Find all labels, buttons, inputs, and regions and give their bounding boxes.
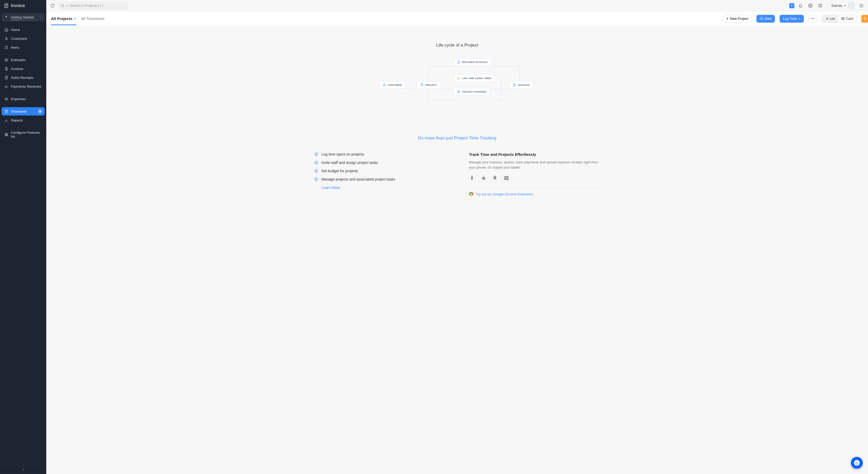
svg-point-52: [813, 18, 814, 19]
feature-item: Invite staff and assign project tasks: [314, 160, 445, 165]
apps-grid-button[interactable]: [858, 2, 865, 9]
invoice-icon: [4, 67, 8, 71]
view-toggle: List Card: [822, 15, 857, 23]
diagram-expense: PROJECT EXPENSE: [454, 88, 490, 95]
sidebar-item-home[interactable]: Home: [2, 26, 45, 34]
chevron-down-icon: [73, 17, 76, 20]
sidebar-item-payments-received[interactable]: Payments Received: [2, 82, 45, 91]
app-header: Invoice: [0, 0, 46, 11]
help-button[interactable]: [817, 2, 824, 9]
sidebar-item-getting-started[interactable]: Getting Started: [2, 13, 45, 21]
sidebar-item-invoices[interactable]: Invoices: [2, 64, 45, 73]
invoice-logo-icon: [4, 3, 9, 8]
add-icon[interactable]: [38, 109, 42, 113]
android-icon[interactable]: [492, 175, 498, 181]
quick-add-button[interactable]: [789, 3, 795, 8]
notifications-button[interactable]: [797, 2, 804, 9]
svg-marker-49: [799, 18, 800, 19]
svg-point-4: [6, 37, 7, 38]
user-icon: [4, 36, 8, 40]
sidebar-item-estimates[interactable]: Estimates: [2, 56, 45, 64]
sidebar-collapse-button[interactable]: [0, 465, 46, 474]
platform-icons: [469, 175, 600, 181]
diagram-invoices: INVOICES: [509, 81, 533, 89]
topbar: Damas: [46, 0, 868, 11]
svg-point-40: [861, 5, 862, 6]
view-card-button[interactable]: Card: [838, 15, 856, 22]
chevron-left-icon: [21, 468, 25, 471]
svg-point-84: [854, 460, 860, 466]
diagram-retainer: RETAINER INVOICES: [454, 58, 491, 66]
watch-icon[interactable]: [469, 175, 475, 181]
svg-point-75: [315, 169, 318, 173]
svg-rect-59: [841, 18, 842, 20]
sidebar-item-reports[interactable]: Reports: [2, 116, 45, 124]
new-project-button[interactable]: New Project: [723, 15, 752, 23]
sidebar-item-configure[interactable]: Configure Features list: [2, 128, 45, 141]
tab-all-projects[interactable]: All Projects: [51, 12, 76, 25]
search-input[interactable]: [70, 4, 125, 7]
tab-all-timesheet[interactable]: All Timesheet: [81, 12, 104, 25]
chevron-down-icon: [844, 4, 846, 7]
bell-icon: [798, 3, 803, 8]
refresh-button[interactable]: [50, 3, 56, 9]
settings-button[interactable]: [807, 2, 814, 9]
svg-rect-25: [5, 135, 6, 136]
diagram-logtime: LOG TIME USING TIMER: [454, 75, 495, 82]
help-icon: [818, 3, 823, 8]
sidebar-item-label: Reports: [11, 118, 23, 122]
svg-point-39: [860, 5, 861, 6]
sidebar-item-expenses[interactable]: Expenses: [2, 95, 45, 103]
track-section: Track Time and Projects Effortlessly Man…: [456, 152, 600, 196]
button-label: Start: [765, 17, 772, 21]
svg-rect-79: [471, 179, 472, 180]
svg-point-50: [811, 18, 812, 19]
svg-rect-5: [5, 59, 7, 61]
svg-point-44: [862, 6, 863, 7]
chatbot-icon: [854, 460, 860, 466]
divider: [57, 126, 858, 126]
lifecycle-diagram: CUSTOMER PROJECT RETAINER INVOICES LOG T…: [379, 58, 535, 110]
apple-icon[interactable]: [480, 175, 486, 181]
context-help-button[interactable]: ?: [861, 15, 868, 23]
search-icon: [61, 4, 64, 7]
sidebar-item-customers[interactable]: Customers: [2, 34, 45, 43]
svg-marker-45: [74, 18, 76, 20]
windows-icon[interactable]: [503, 175, 509, 181]
check-circle-icon: [314, 152, 318, 156]
reports-icon: [4, 118, 8, 122]
seg-label: List: [830, 17, 835, 21]
svg-rect-77: [471, 177, 473, 179]
view-list-button[interactable]: List: [822, 15, 838, 22]
sidebar-item-items[interactable]: Items: [2, 43, 45, 52]
clipboard-icon: [420, 83, 424, 87]
sidebar-item-label: Invoices: [11, 67, 23, 71]
search-box[interactable]: [58, 2, 128, 10]
svg-line-83: [495, 176, 496, 176]
feature-item: Log time spent on projects: [314, 152, 445, 156]
sidebar-item-sales-receipts[interactable]: Sales Receipts: [2, 73, 45, 82]
log-time-button[interactable]: Log Time: [780, 15, 804, 23]
user-icon: [382, 83, 386, 87]
svg-point-51: [812, 18, 813, 19]
chrome-extension-link[interactable]: Try out our Google Chrome Extension!: [476, 192, 534, 196]
start-button[interactable]: Start: [756, 15, 775, 23]
user-menu[interactable]: Damas: [832, 2, 855, 9]
svg-point-41: [862, 5, 863, 6]
sidebar-item-label: Estimates: [11, 58, 26, 62]
sidebar-item-label: Payments Received: [11, 85, 41, 88]
chevron-down-icon[interactable]: [66, 5, 68, 7]
more-options-button[interactable]: [808, 15, 817, 23]
svg-rect-26: [6, 135, 7, 136]
learn-more-link[interactable]: Learn More: [321, 185, 445, 190]
content-area: Life cycle of a Project: [46, 26, 868, 474]
chat-help-fab[interactable]: [851, 457, 863, 469]
chevron-down-icon: [798, 18, 800, 20]
sidebar-item-label: Home: [11, 28, 20, 32]
tab-label: All Projects: [51, 17, 72, 21]
track-title: Track Time and Projects Effortlessly: [469, 152, 600, 157]
sidebar-item-label: Items: [11, 46, 19, 50]
sidebar-item-timesheet[interactable]: Timesheet: [2, 107, 45, 116]
svg-point-74: [315, 161, 318, 164]
svg-point-37: [861, 4, 862, 5]
